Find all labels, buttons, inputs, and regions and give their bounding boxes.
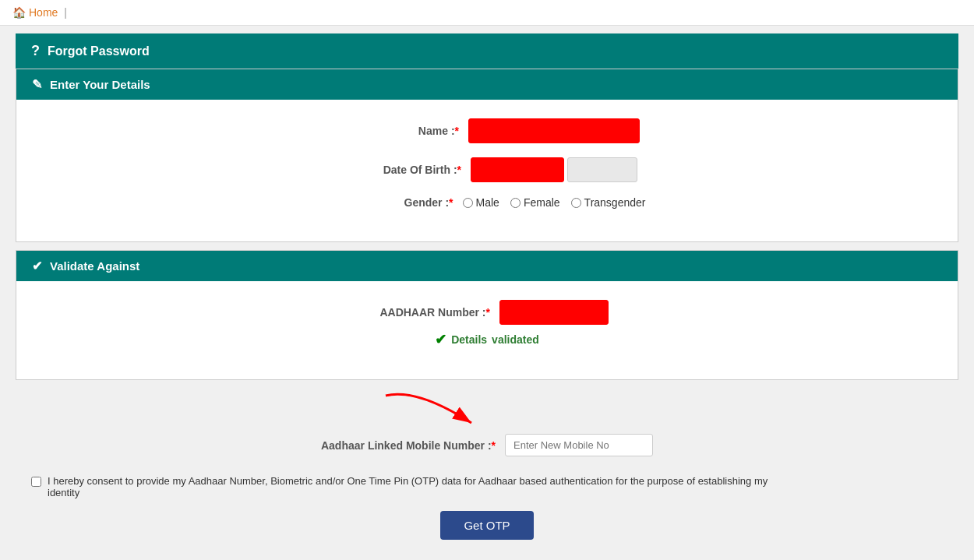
forgot-password-title: Forgot Password: [48, 44, 150, 58]
checkmark-icon: ✔: [32, 259, 42, 273]
nav-separator: |: [64, 6, 67, 19]
arrow-container: [16, 388, 958, 431]
mobile-row: Aadhaar Linked Mobile Number :*: [16, 434, 958, 456]
aadhaar-label: AADHAAR Number :*: [365, 306, 490, 319]
gender-label: Gender :*: [329, 196, 453, 209]
get-otp-row: Get OTP: [16, 511, 958, 540]
enter-details-title: Enter Your Details: [50, 78, 150, 91]
home-icon: 🏠: [12, 6, 26, 19]
red-arrow-icon: [370, 388, 542, 431]
dob-wrapper: [471, 157, 637, 182]
aadhaar-input[interactable]: [499, 300, 609, 325]
dob-label: Date Of Birth :*: [337, 164, 461, 176]
mobile-input[interactable]: [505, 434, 653, 456]
gender-male-radio[interactable]: [463, 198, 473, 208]
gender-row: Gender :* Male Female Transgender: [32, 196, 942, 209]
page-wrapper: ? Forgot Password ✎ Enter Your Details N…: [0, 26, 974, 560]
gender-transgender-option[interactable]: Transgender: [571, 196, 646, 209]
validate-against-header: ✔ Validate Against: [16, 251, 958, 281]
mobile-label: Aadhaar Linked Mobile Number :*: [321, 439, 496, 452]
name-label: Name :*: [334, 125, 459, 137]
edit-icon: ✎: [32, 77, 42, 92]
gender-male-option[interactable]: Male: [463, 196, 499, 209]
mobile-section-wrapper: Aadhaar Linked Mobile Number :*: [16, 388, 958, 475]
dob-row: Date Of Birth :*: [32, 157, 942, 182]
aadhaar-row: AADHAAR Number :*: [32, 300, 942, 325]
home-label: Home: [29, 6, 58, 19]
forgot-password-header: ? Forgot Password: [16, 33, 958, 69]
home-link[interactable]: 🏠 Home: [12, 6, 58, 19]
enter-details-card: ✎ Enter Your Details Name :* Date Of Bir…: [16, 69, 958, 242]
validate-against-body: AADHAAR Number :* ✔ Details validated: [16, 281, 958, 379]
consent-text: I hereby consent to provide my Aadhaar N…: [48, 475, 779, 498]
gender-transgender-label: Transgender: [584, 196, 646, 209]
dob-input-extra[interactable]: [567, 157, 637, 182]
question-icon: ?: [31, 43, 40, 59]
dob-input-date[interactable]: [471, 157, 564, 182]
gender-radio-group: Male Female Transgender: [463, 196, 646, 209]
consent-row: I hereby consent to provide my Aadhaar N…: [16, 475, 795, 498]
enter-details-body: Name :* Date Of Birth :* Gender :*: [16, 100, 958, 241]
gender-female-label: Female: [524, 196, 560, 209]
gender-female-option[interactable]: Female: [510, 196, 560, 209]
gender-female-radio[interactable]: [510, 198, 521, 208]
validate-against-title: Validate Against: [50, 259, 139, 273]
name-input[interactable]: [468, 118, 640, 143]
enter-details-header: ✎ Enter Your Details: [16, 69, 958, 100]
gender-transgender-radio[interactable]: [571, 198, 581, 208]
validated-text1: Details: [451, 333, 487, 346]
name-row: Name :*: [32, 118, 942, 143]
consent-checkbox[interactable]: [31, 477, 41, 487]
gender-male-label: Male: [476, 196, 499, 209]
validated-check-icon: ✔: [435, 331, 446, 348]
get-otp-button[interactable]: Get OTP: [440, 511, 533, 540]
top-nav: 🏠 Home |: [0, 0, 974, 26]
validate-against-card: ✔ Validate Against AADHAAR Number :* ✔ D…: [16, 250, 958, 380]
validated-text2: validated: [492, 333, 539, 346]
validated-row: ✔ Details validated: [32, 331, 942, 348]
